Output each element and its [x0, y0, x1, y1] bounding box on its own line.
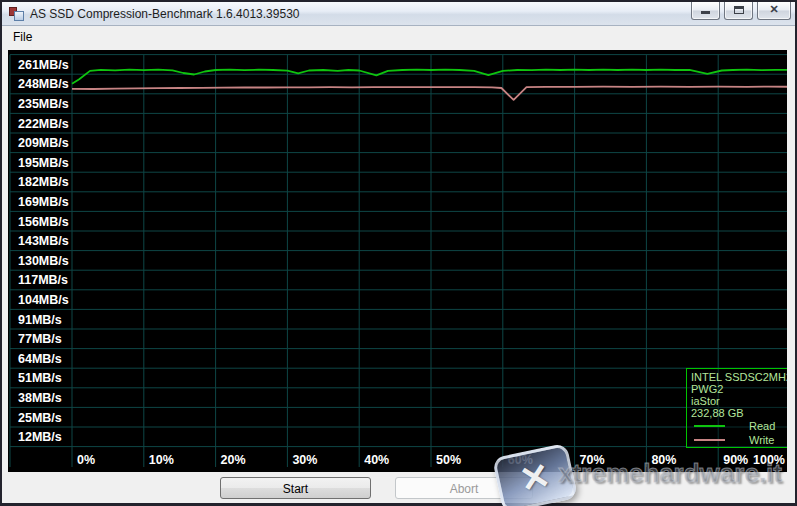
close-button[interactable]: ✕: [757, 2, 791, 20]
legend-entry-read: Read: [691, 420, 787, 433]
svg-text:70%: 70%: [580, 453, 605, 467]
write-line-sample: [694, 439, 725, 441]
svg-text:40%: 40%: [364, 453, 389, 467]
svg-text:117MB/s: 117MB/s: [18, 273, 68, 287]
svg-text:77MB/s: 77MB/s: [18, 332, 62, 346]
legend-device-line: INTEL SSDSC2MH2: [691, 371, 787, 383]
chart-panel: 261MB/s248MB/s235MB/s222MB/s209MB/s195MB…: [8, 50, 787, 472]
svg-text:104MB/s: 104MB/s: [18, 293, 69, 307]
window-title: AS SSD Compression-Benchmark 1.6.4013.39…: [30, 2, 299, 26]
svg-text:195MB/s: 195MB/s: [18, 156, 69, 170]
svg-text:38MB/s: 38MB/s: [18, 391, 62, 405]
legend-box: INTEL SSDSC2MH2 PWG2 iaStor 232,88 GB Re…: [686, 368, 787, 448]
minimize-icon: [701, 11, 710, 14]
svg-text:0%: 0%: [77, 453, 95, 467]
svg-text:261MB/s: 261MB/s: [18, 58, 69, 72]
svg-text:235MB/s: 235MB/s: [18, 97, 69, 111]
menu-bar: File: [2, 26, 795, 50]
menu-item-file[interactable]: File: [4, 26, 41, 48]
svg-text:12MB/s: 12MB/s: [18, 430, 62, 444]
legend-write-label: Write: [749, 434, 774, 446]
legend-device-line: PWG2: [691, 383, 787, 395]
svg-text:30%: 30%: [292, 453, 317, 467]
svg-text:10%: 10%: [149, 453, 174, 467]
svg-text:156MB/s: 156MB/s: [18, 215, 69, 229]
chart-canvas: 261MB/s248MB/s235MB/s222MB/s209MB/s195MB…: [8, 50, 787, 472]
svg-text:25MB/s: 25MB/s: [18, 411, 62, 425]
svg-text:90%: 90%: [723, 453, 748, 467]
legend-entry-write: Write: [691, 434, 787, 447]
legend-device-line: iaStor: [691, 395, 787, 407]
svg-text:143MB/s: 143MB/s: [18, 234, 69, 248]
svg-text:222MB/s: 222MB/s: [18, 117, 69, 131]
svg-text:169MB/s: 169MB/s: [18, 195, 69, 209]
svg-text:248MB/s: 248MB/s: [18, 77, 69, 91]
window-frame: AS SSD Compression-Benchmark 1.6.4013.39…: [0, 0, 797, 506]
start-button[interactable]: Start: [220, 477, 371, 499]
svg-text:130MB/s: 130MB/s: [18, 254, 69, 268]
svg-text:50%: 50%: [436, 453, 461, 467]
window-controls: ✕: [691, 2, 791, 20]
read-line-sample: [694, 425, 725, 427]
legend-device-line: 232,88 GB: [691, 407, 787, 419]
svg-text:182MB/s: 182MB/s: [18, 175, 69, 189]
svg-text:91MB/s: 91MB/s: [18, 313, 62, 327]
svg-text:20%: 20%: [221, 453, 246, 467]
svg-text:100%: 100%: [753, 453, 785, 467]
minimize-button[interactable]: [691, 2, 720, 20]
abort-button[interactable]: Abort: [395, 477, 533, 499]
svg-text:60%: 60%: [508, 453, 533, 467]
app-icon: [9, 6, 25, 22]
svg-text:64MB/s: 64MB/s: [18, 352, 62, 366]
svg-text:51MB/s: 51MB/s: [18, 371, 62, 385]
title-bar: AS SSD Compression-Benchmark 1.6.4013.39…: [2, 2, 795, 26]
close-icon: ✕: [758, 3, 790, 16]
svg-text:80%: 80%: [651, 453, 676, 467]
maximize-icon: [734, 6, 744, 14]
maximize-button[interactable]: [724, 2, 753, 20]
svg-text:209MB/s: 209MB/s: [18, 136, 69, 150]
legend-read-label: Read: [749, 420, 775, 432]
